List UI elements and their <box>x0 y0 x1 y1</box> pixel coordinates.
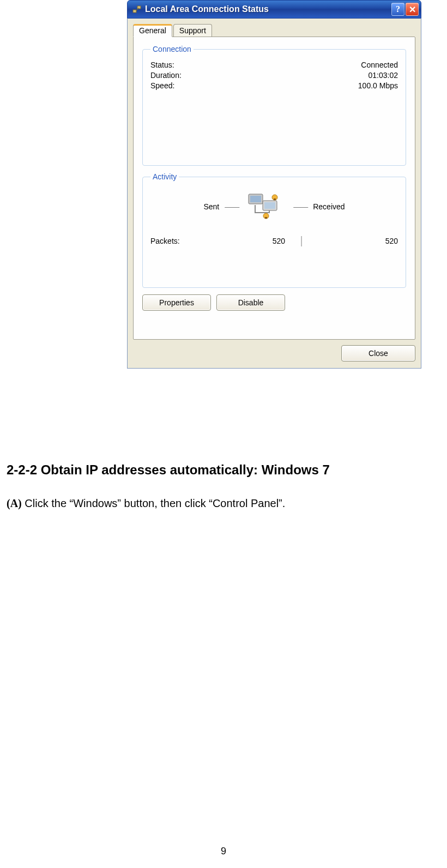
connection-group: Connection Status: Connected Duration: 0… <box>142 45 406 166</box>
window-titlebar[interactable]: Local Area Connection Status ? ✕ <box>127 0 421 19</box>
status-value: Connected <box>361 61 398 69</box>
speed-row: Speed: 100.0 Mbps <box>150 81 398 90</box>
dash-icon: —— <box>225 202 239 211</box>
connection-status-icon <box>132 4 142 14</box>
properties-button[interactable]: Properties <box>142 294 211 311</box>
tab-support[interactable]: Support <box>173 24 212 37</box>
packets-divider: | <box>285 234 318 247</box>
titlebar-close-button[interactable]: ✕ <box>406 3 419 16</box>
section-heading: 2-2-2 Obtain IP addresses automatically:… <box>7 462 330 478</box>
sent-label: Sent <box>203 202 219 211</box>
packets-received-value: 520 <box>318 237 398 245</box>
action-button-row: Properties Disable <box>142 294 406 311</box>
page-number: 9 <box>0 846 447 857</box>
status-row: Status: Connected <box>150 61 398 69</box>
group-legend: Activity <box>150 172 179 181</box>
tab-panel-general: Connection Status: Connected Duration: 0… <box>133 37 415 340</box>
tab-label: General <box>139 26 166 35</box>
tab-label: Support <box>179 26 206 35</box>
window-body: General Support Connection Status: Conne… <box>127 19 421 369</box>
svg-rect-6 <box>264 202 275 209</box>
instruction-step: (A) Click the “Windows” button, then cli… <box>7 497 285 510</box>
speed-value: 100.0 Mbps <box>358 81 398 90</box>
document-page: Local Area Connection Status ? ✕ General… <box>0 0 447 868</box>
svg-rect-10 <box>265 217 267 219</box>
packets-label: Packets: <box>150 237 231 245</box>
dialog-footer: Close <box>133 345 415 361</box>
duration-value: 01:03:02 <box>369 71 398 80</box>
svg-rect-0 <box>133 10 136 13</box>
received-label: Received <box>313 202 345 211</box>
button-label: Disable <box>238 298 264 307</box>
disable-button[interactable]: Disable <box>216 294 285 311</box>
close-button[interactable]: Close <box>341 345 415 361</box>
duration-label: Duration: <box>150 71 182 80</box>
activity-diagram-row: Sent —— <box>150 191 398 222</box>
dash-icon: —— <box>293 202 307 211</box>
step-text: Click the “Windows” button, then click “… <box>25 497 285 509</box>
activity-group: Activity Sent —— <box>142 172 406 288</box>
packets-sent-value: 520 <box>231 237 285 245</box>
svg-rect-1 <box>137 6 141 9</box>
step-marker: (A) <box>7 497 22 509</box>
tab-general[interactable]: General <box>133 24 172 37</box>
network-computers-icon <box>244 191 288 222</box>
group-legend: Connection <box>150 45 194 53</box>
button-label: Close <box>369 349 388 358</box>
status-label: Status: <box>150 61 174 69</box>
packets-row: Packets: 520 | 520 <box>150 234 398 247</box>
speed-label: Speed: <box>150 81 174 90</box>
duration-row: Duration: 01:03:02 <box>150 71 398 80</box>
titlebar-help-button[interactable]: ? <box>391 3 404 16</box>
svg-rect-8 <box>274 198 276 200</box>
window-title: Local Area Connection Status <box>145 4 390 14</box>
embedded-screenshot: Local Area Connection Status ? ✕ General… <box>127 0 421 369</box>
tab-strip: General Support <box>133 24 415 37</box>
button-label: Properties <box>159 298 194 307</box>
svg-rect-4 <box>250 196 261 202</box>
